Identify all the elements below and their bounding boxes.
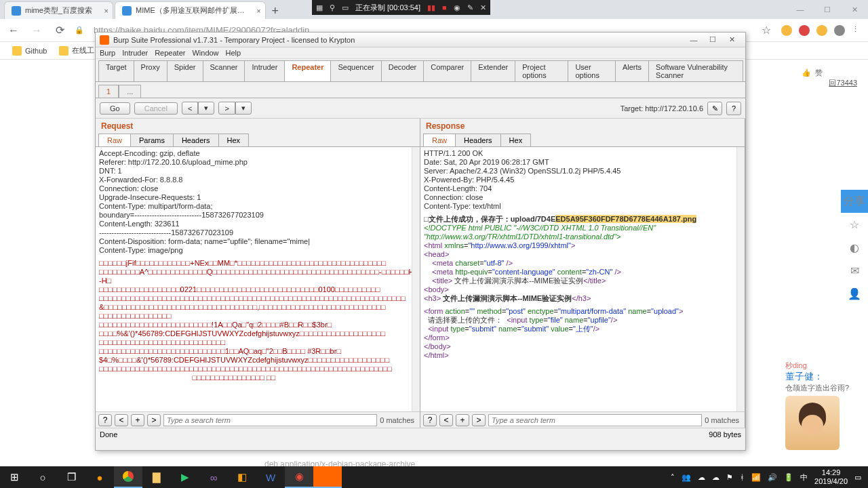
- tray-people-icon[interactable]: 👥: [682, 473, 691, 482]
- ext-2[interactable]: [799, 25, 810, 36]
- close-icon[interactable]: ✕: [480, 3, 486, 12]
- next-dropdown[interactable]: ▾: [235, 102, 252, 115]
- tab-headers[interactable]: Headers: [173, 134, 219, 146]
- top-tab-spider[interactable]: Spider: [167, 60, 203, 81]
- menu-icon[interactable]: ⋮: [852, 25, 863, 36]
- back-button[interactable]: ←: [5, 24, 22, 37]
- close-button[interactable]: ✕: [722, 35, 741, 44]
- top-tab-project-options[interactable]: Project options: [515, 60, 568, 81]
- menu-intruder[interactable]: Intruder: [122, 49, 148, 57]
- taskbar-app1[interactable]: ◧: [228, 466, 256, 488]
- forward-button[interactable]: →: [28, 24, 45, 37]
- help-button[interactable]: ?: [423, 414, 437, 426]
- help-button[interactable]: ?: [726, 102, 741, 115]
- tray-cloud-icon[interactable]: ☁: [698, 473, 705, 482]
- request-body[interactable]: Accept-Encoding: gzip, deflateReferer: h…: [96, 147, 420, 411]
- top-tab-alerts[interactable]: Alerts: [615, 60, 649, 81]
- taskbar-vscode[interactable]: ∞: [199, 466, 228, 488]
- top-tab-software-vulnerability-scanner[interactable]: Software Vulnerability Scanner: [648, 60, 743, 81]
- tab-headers[interactable]: Headers: [455, 134, 501, 146]
- help-button[interactable]: ?: [98, 414, 112, 426]
- top-tab-extender[interactable]: Extender: [471, 60, 515, 81]
- crop-icon[interactable]: ▭: [342, 3, 349, 12]
- taskbar-chrome[interactable]: [114, 466, 142, 488]
- add-button[interactable]: +: [456, 414, 469, 426]
- like-button[interactable]: 👍 赞: [802, 68, 857, 78]
- close-icon[interactable]: ×: [104, 7, 108, 15]
- qq-icon[interactable]: 👤: [841, 282, 868, 305]
- tray-battery-icon[interactable]: 🔋: [784, 473, 793, 482]
- taskbar-explorer[interactable]: ▇: [142, 466, 171, 488]
- tray-notifications-icon[interactable]: ▭: [854, 473, 861, 482]
- taskview-button[interactable]: ❐: [57, 466, 85, 488]
- top-tab-repeater[interactable]: Repeater: [284, 60, 331, 81]
- prev-dropdown[interactable]: ▾: [198, 102, 214, 115]
- maximize-button[interactable]: ☐: [814, 0, 841, 19]
- taskbar-clock[interactable]: 14:292019/4/20: [814, 468, 848, 486]
- top-tab-sequencer[interactable]: Sequencer: [330, 60, 381, 81]
- menu-help[interactable]: Help: [226, 49, 241, 57]
- reload-button[interactable]: ⟳: [52, 24, 68, 37]
- burp-titlebar[interactable]: Burp Suite Professional v1.7.31 - Tempor…: [96, 33, 745, 47]
- cortana-button[interactable]: ○: [28, 466, 57, 488]
- pen-icon[interactable]: ✎: [467, 3, 473, 12]
- tray-security-icon[interactable]: ⚑: [726, 473, 733, 482]
- tray-bluetooth-icon[interactable]: ᚼ: [740, 473, 745, 481]
- scrollbar[interactable]: [412, 147, 420, 411]
- edit-target-button[interactable]: ✎: [707, 102, 722, 115]
- menu-repeater[interactable]: Repeater: [155, 49, 185, 57]
- repeater-tab-new[interactable]: ...: [119, 85, 141, 98]
- top-tab-comparer[interactable]: Comparer: [423, 60, 471, 81]
- star-icon[interactable]: ☆: [841, 213, 868, 236]
- top-tab-intruder[interactable]: Intruder: [244, 60, 285, 81]
- menu-burp[interactable]: Burp: [100, 49, 115, 57]
- tab-params[interactable]: Params: [130, 134, 174, 146]
- minimize-button[interactable]: —: [787, 0, 814, 19]
- search-input[interactable]: [488, 414, 702, 426]
- top-tab-scanner[interactable]: Scanner: [203, 60, 245, 81]
- next-button[interactable]: >: [218, 102, 235, 115]
- repeater-tab-1[interactable]: 1: [98, 85, 119, 98]
- scrollbar[interactable]: [736, 147, 745, 411]
- grid-icon[interactable]: ▦: [316, 3, 323, 12]
- share-button[interactable]: 分享: [841, 190, 868, 213]
- next-match-button[interactable]: >: [147, 414, 161, 426]
- search-icon[interactable]: ⚲: [330, 3, 335, 12]
- taskbar-burp[interactable]: [313, 466, 342, 488]
- close-button[interactable]: ✕: [841, 0, 868, 19]
- weibo-icon[interactable]: ◐: [841, 236, 868, 259]
- close-icon[interactable]: ×: [256, 7, 260, 15]
- tray-volume-icon[interactable]: 🔊: [768, 473, 777, 482]
- pause-icon[interactable]: ▮▮: [427, 3, 435, 12]
- top-tab-proxy[interactable]: Proxy: [134, 60, 167, 81]
- new-tab-button[interactable]: +: [267, 3, 283, 19]
- top-tab-user-options[interactable]: User options: [568, 60, 616, 81]
- stop-icon[interactable]: ■: [442, 3, 447, 12]
- go-button[interactable]: Go: [100, 102, 130, 115]
- promo-box[interactable]: 秒ding 董子健： 仓颉造字造出谷雨?: [785, 361, 860, 450]
- tab-raw[interactable]: Raw: [423, 134, 456, 146]
- browser-tab-1[interactable]: MIME（多用途互联网邮件扩展… ×: [115, 1, 266, 19]
- tab-hex[interactable]: Hex: [500, 134, 532, 146]
- browser-tab-0[interactable]: mime类型_百度搜索 ×: [4, 1, 113, 19]
- tray-wifi-icon[interactable]: 📶: [751, 473, 761, 482]
- maximize-button[interactable]: ☐: [703, 35, 722, 44]
- star-icon[interactable]: ☆: [758, 24, 774, 37]
- tab-raw[interactable]: Raw: [98, 134, 131, 146]
- camera-icon[interactable]: ◉: [454, 3, 460, 12]
- start-button[interactable]: ⊞: [0, 466, 28, 488]
- tray-ime-icon[interactable]: 中: [800, 472, 808, 483]
- taskbar-firefox[interactable]: ●: [85, 466, 114, 488]
- profile-icon[interactable]: [834, 25, 845, 36]
- next-match-button[interactable]: >: [472, 414, 486, 426]
- bookmark-github[interactable]: Github: [12, 46, 47, 56]
- response-body[interactable]: HTTP/1.1 200 OKDate: Sat, 20 Apr 2019 06…: [420, 147, 745, 411]
- taskbar-recorder[interactable]: ◉: [285, 466, 313, 488]
- prev-button[interactable]: <: [182, 102, 198, 115]
- tray-onedrive-icon[interactable]: ☁: [712, 473, 719, 482]
- top-tab-target[interactable]: Target: [98, 60, 134, 81]
- tray-chevron-icon[interactable]: ˄: [671, 473, 675, 482]
- comments-link[interactable]: 回73443: [829, 79, 857, 87]
- ext-3[interactable]: [816, 25, 827, 36]
- add-button[interactable]: +: [131, 414, 144, 426]
